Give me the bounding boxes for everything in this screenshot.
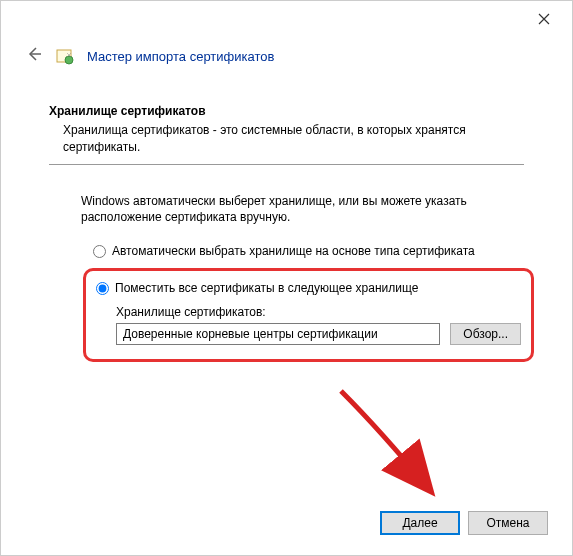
back-arrow-icon[interactable] bbox=[25, 45, 43, 68]
titlebar bbox=[1, 1, 572, 37]
svg-point-1 bbox=[65, 56, 73, 64]
store-options-group: Автоматически выбрать хранилище на основ… bbox=[49, 242, 524, 362]
radio-auto-input[interactable] bbox=[93, 245, 106, 258]
wizard-header: Мастер импорта сертификатов bbox=[1, 37, 572, 84]
store-path-input[interactable] bbox=[116, 323, 440, 345]
instruction-text: Windows автоматически выберет хранилище,… bbox=[49, 193, 524, 227]
store-field-label: Хранилище сертификатов: bbox=[116, 305, 521, 319]
certificate-wizard-icon bbox=[55, 47, 75, 67]
section-description: Хранилища сертификатов - это системные о… bbox=[49, 122, 524, 156]
footer-buttons: Далее Отмена bbox=[380, 511, 548, 535]
radio-auto-label: Автоматически выбрать хранилище на основ… bbox=[112, 244, 475, 258]
browse-button[interactable]: Обзор... bbox=[450, 323, 521, 345]
divider bbox=[49, 164, 524, 165]
highlight-annotation: Поместить все сертификаты в следующее хр… bbox=[83, 268, 534, 362]
close-button[interactable] bbox=[524, 5, 564, 33]
section-heading: Хранилище сертификатов bbox=[49, 104, 524, 118]
radio-auto-select[interactable]: Автоматически выбрать хранилище на основ… bbox=[93, 242, 524, 260]
content-area: Хранилище сертификатов Хранилища сертифи… bbox=[1, 84, 572, 362]
cancel-button[interactable]: Отмена bbox=[468, 511, 548, 535]
radio-manual-label: Поместить все сертификаты в следующее хр… bbox=[115, 281, 418, 295]
radio-manual-input[interactable] bbox=[96, 282, 109, 295]
store-block: Хранилище сертификатов: Обзор... bbox=[96, 305, 521, 345]
wizard-window: Мастер импорта сертификатов Хранилище се… bbox=[0, 0, 573, 556]
radio-manual-select[interactable]: Поместить все сертификаты в следующее хр… bbox=[96, 279, 521, 297]
close-icon bbox=[538, 13, 550, 25]
next-button[interactable]: Далее bbox=[380, 511, 460, 535]
arrow-annotation-icon bbox=[331, 381, 461, 511]
store-row: Обзор... bbox=[116, 323, 521, 345]
wizard-title: Мастер импорта сертификатов bbox=[87, 49, 274, 64]
